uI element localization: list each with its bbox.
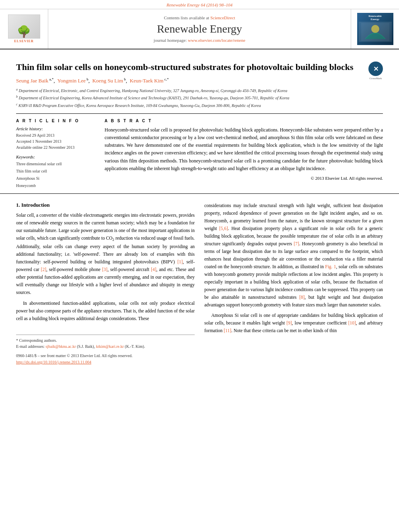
email-1-link[interactable]: sjbaik@hknu.ac.kr bbox=[45, 344, 76, 349]
elsevier-logo: 🌳 ELSEVIER bbox=[8, 14, 40, 44]
keyword-1: Three dimensional solar cell bbox=[16, 160, 97, 168]
elsevier-label: ELSEVIER bbox=[8, 39, 40, 44]
journal-homepage-link[interactable]: www.elsevier.com/locate/renene bbox=[188, 38, 245, 43]
received-date: Received 29 April 2013 bbox=[16, 132, 97, 138]
email-2-author: (K.-T. Kim). bbox=[125, 344, 145, 349]
email-label: E-mail addresses: bbox=[16, 344, 45, 349]
available-date: Available online 22 November 2013 bbox=[16, 144, 97, 150]
thumbnail-title: RenewableEnergy bbox=[368, 14, 382, 21]
fig-1-link[interactable]: Fig. 1 bbox=[325, 264, 336, 269]
journal-title: Renewable Energy bbox=[157, 23, 242, 35]
affiliations: a Department of Electrical, Electronic, … bbox=[16, 87, 383, 109]
article-info-abstract-section: A R T I C L E I N F O Article history: R… bbox=[16, 113, 383, 193]
affiliation-c: c KSRV-II R&D Program Executive Office, … bbox=[16, 102, 383, 109]
journal-homepage-line: journal homepage: www.elsevier.com/locat… bbox=[154, 38, 245, 43]
footnote-area: * Corresponding authors. E-mail addresse… bbox=[16, 335, 195, 349]
abstract-text: Honeycomb-structured solar cell is propo… bbox=[105, 126, 383, 173]
crossmark-badge[interactable]: ✕ CrossMark bbox=[368, 62, 383, 76]
email-1-author: (S.J. Baik), bbox=[77, 344, 95, 349]
keywords-title: Keywords: bbox=[16, 154, 97, 159]
page: Renewable Energy 64 (2014) 98–104 🌳 ELSE… bbox=[0, 0, 399, 532]
thumbnail-image-icon bbox=[361, 23, 389, 41]
ref-11[interactable]: [11] bbox=[224, 328, 231, 333]
author-4-sup: c,* bbox=[163, 77, 169, 81]
journal-thumbnail: RenewableEnergy bbox=[357, 13, 393, 45]
issn-text: 0960-1481/$ – see front matter © 2013 El… bbox=[16, 353, 195, 358]
issn-area: 0960-1481/$ – see front matter © 2013 El… bbox=[16, 353, 195, 365]
keywords-section: Keywords: Three dimensional solar cell T… bbox=[16, 154, 97, 189]
ref-2[interactable]: [2] bbox=[41, 267, 46, 272]
keyword-2: Thin film solar cell bbox=[16, 168, 97, 175]
ref-4[interactable]: [4] bbox=[151, 267, 156, 272]
author-3[interactable]: Koeng Su Lim bbox=[92, 78, 123, 84]
ref-1[interactable]: [1] bbox=[177, 259, 183, 264]
intro-para-1: Solar cell, a converter of the visible e… bbox=[16, 212, 195, 296]
body-right-column: considerations may include structural st… bbox=[204, 202, 383, 365]
article-title: Thin film solar cells on honeycomb-struc… bbox=[16, 62, 363, 73]
introduction-heading: 1. Introduction bbox=[16, 202, 195, 208]
thumbnail-body bbox=[359, 22, 392, 42]
ref-3[interactable]: [3] bbox=[102, 267, 107, 272]
article-history: Article history: Received 29 April 2013 … bbox=[16, 126, 97, 150]
accepted-date: Accepted 1 November 2013 bbox=[16, 138, 97, 144]
journal-volume-text: Renewable Energy 64 (2014) 98–104 bbox=[167, 2, 232, 7]
abstract-column: A B S T R A C T Honeycomb-structured sol… bbox=[105, 119, 383, 193]
affil-text-b: Department of Electrical Engineering, Ko… bbox=[19, 96, 290, 101]
elsevier-tree-icon: 🌳 bbox=[17, 26, 31, 37]
homepage-prefix: journal homepage: bbox=[154, 38, 188, 43]
affil-letter-a: a bbox=[16, 88, 18, 91]
body-content: 1. Introduction Solar cell, a converter … bbox=[0, 193, 399, 373]
journal-header-center: Contents lists available at ScienceDirec… bbox=[48, 9, 351, 49]
sciencedirect-line: Contents lists available at ScienceDirec… bbox=[164, 15, 235, 20]
crossmark-icon: ✕ bbox=[368, 62, 383, 76]
authors-line: Seung Jae Baik a,*, Yongmin Lee b, Koeng… bbox=[16, 77, 383, 84]
sciencedirect-prefix: Contents lists available at bbox=[164, 15, 210, 20]
body-two-col: 1. Introduction Solar cell, a converter … bbox=[16, 202, 383, 365]
journal-volume-bar: Renewable Energy 64 (2014) 98–104 bbox=[0, 0, 399, 9]
affil-letter-c: c bbox=[16, 103, 18, 106]
abstract-label: A B S T R A C T bbox=[105, 119, 383, 123]
sciencedirect-link[interactable]: ScienceDirect bbox=[210, 15, 235, 20]
author-1[interactable]: Seung Jae Baik bbox=[16, 78, 48, 84]
ref-5-6[interactable]: [5,6] bbox=[219, 226, 228, 231]
ref-9[interactable]: [9] bbox=[286, 320, 292, 325]
keyword-3: Amorphous Si bbox=[16, 175, 97, 182]
author-4[interactable]: Keun-Taek Kim bbox=[130, 78, 164, 84]
journal-header: 🌳 ELSEVIER Contents lists available at S… bbox=[0, 9, 399, 49]
article-info-column: A R T I C L E I N F O Article history: R… bbox=[16, 119, 97, 193]
right-para-1: considerations may include structural st… bbox=[204, 202, 383, 309]
keyword-4: Honeycomb bbox=[16, 182, 97, 189]
copyright-line: © 2013 Elsevier Ltd. All rights reserved… bbox=[105, 176, 383, 181]
body-left-column: 1. Introduction Solar cell, a converter … bbox=[16, 202, 195, 365]
email-2-link[interactable]: ktkim@kari.re.kr bbox=[96, 344, 124, 349]
right-para-2: Amorphous Si solar cell is one of approp… bbox=[204, 312, 383, 335]
author-1-sup: a,* bbox=[48, 77, 53, 81]
affiliation-b: b Department of Electrical Engineering, … bbox=[16, 94, 383, 101]
elsevier-logo-image: 🌳 bbox=[8, 14, 40, 39]
email-line: E-mail addresses: sjbaik@hknu.ac.kr (S.J… bbox=[16, 344, 195, 349]
author-2-sup: b bbox=[86, 77, 88, 81]
ref-8[interactable]: [8] bbox=[299, 295, 304, 300]
doi-link[interactable]: http://dx.doi.org/10.1016/j.renene.2013.… bbox=[16, 360, 91, 364]
corresponding-note: * Corresponding authors. bbox=[16, 338, 195, 343]
svg-point-1 bbox=[371, 25, 379, 33]
author-3-sup: b bbox=[123, 77, 126, 81]
ref-10[interactable]: [10] bbox=[348, 320, 356, 325]
author-2[interactable]: Yongmin Lee bbox=[57, 78, 86, 84]
article-info-label: A R T I C L E I N F O bbox=[16, 119, 97, 123]
journal-thumbnail-area: RenewableEnergy bbox=[351, 9, 399, 49]
elsevier-logo-area: 🌳 ELSEVIER bbox=[0, 9, 48, 49]
intro-para-2: In abovementioned function-added applica… bbox=[16, 300, 195, 322]
affil-text-a: Department of Electrical, Electronic, an… bbox=[19, 88, 288, 93]
affil-letter-b: b bbox=[16, 95, 18, 99]
affiliation-a: a Department of Electrical, Electronic, … bbox=[16, 87, 383, 94]
history-title: Article history: bbox=[16, 126, 97, 131]
ref-7[interactable]: [7] bbox=[294, 241, 299, 246]
article-content-area: Thin film solar cells on honeycomb-struc… bbox=[0, 49, 399, 193]
affil-text-c: KSRV-II R&D Program Executive Office, Ko… bbox=[19, 103, 261, 108]
crossmark-label: CrossMark bbox=[368, 77, 383, 80]
